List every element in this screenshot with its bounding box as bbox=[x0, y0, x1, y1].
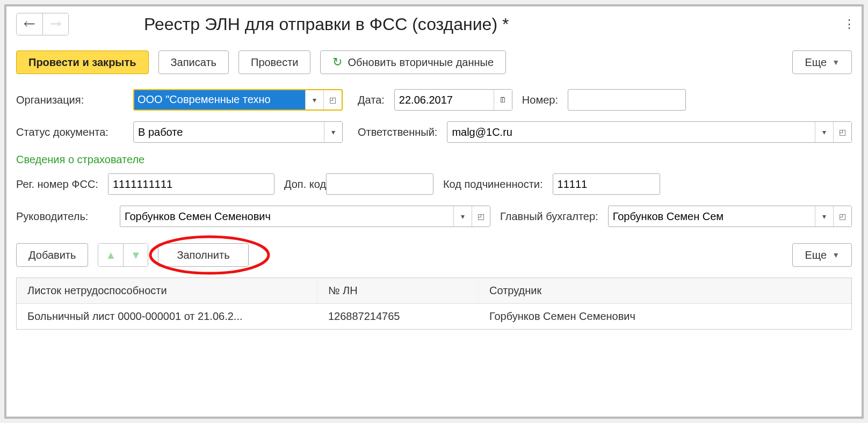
head-label: Руководитель: bbox=[16, 210, 110, 223]
number-label: Номер: bbox=[522, 94, 558, 106]
cell-employee: Горбунков Семен Семенович bbox=[479, 304, 851, 329]
insurer-section-title: Сведения о страхователе bbox=[16, 154, 852, 166]
head-open-button[interactable]: ◰ bbox=[472, 206, 490, 227]
responsible-dropdown-button[interactable]: ▾ bbox=[815, 122, 833, 142]
back-button[interactable]: 🡐 bbox=[17, 13, 42, 35]
org-label: Организация: bbox=[16, 94, 124, 106]
post-and-close-button[interactable]: Провести и закрыть bbox=[16, 50, 149, 74]
eln-table: Листок нетрудоспособности № ЛН Сотрудник… bbox=[16, 278, 852, 330]
form-window: 🡐 🡒 Реестр ЭЛН для отправки в ФСС (созда… bbox=[4, 4, 864, 419]
table-header: Листок нетрудоспособности № ЛН Сотрудник bbox=[17, 278, 851, 304]
col-employee[interactable]: Сотрудник bbox=[479, 278, 851, 303]
responsible-input[interactable] bbox=[447, 122, 815, 142]
forward-button[interactable]: 🡒 bbox=[42, 13, 68, 35]
refresh-label: Обновить вторичные данные bbox=[348, 56, 494, 69]
page-title: Реестр ЭЛН для отправки в ФСС (создание)… bbox=[144, 14, 509, 34]
nav-row: 🡐 🡒 Реестр ЭЛН для отправки в ФСС (созда… bbox=[16, 13, 852, 35]
calendar-button[interactable]: 🗓 bbox=[494, 90, 512, 110]
addcode-label: Доп. код: bbox=[284, 178, 316, 190]
org-open-button[interactable]: ◰ bbox=[323, 90, 342, 110]
refresh-icon: ↻ bbox=[332, 55, 342, 69]
status-dropdown-button[interactable]: ▾ bbox=[324, 122, 342, 142]
chief-field[interactable]: ▾ ◰ bbox=[608, 206, 852, 227]
reg-field[interactable] bbox=[108, 173, 274, 195]
date-label: Дата: bbox=[358, 94, 385, 106]
window-menu-icon[interactable]: ⋮ bbox=[843, 17, 856, 31]
subcode-label: Код подчиненности: bbox=[443, 178, 543, 191]
list-more-label: Еще bbox=[805, 249, 827, 261]
addcode-field[interactable] bbox=[326, 173, 433, 195]
nav-buttons: 🡐 🡒 bbox=[16, 13, 69, 35]
fill-button[interactable]: Заполнить bbox=[158, 243, 248, 267]
more-button[interactable]: Еще ▼ bbox=[792, 50, 852, 74]
reg-label: Рег. номер ФСС: bbox=[16, 178, 98, 191]
chief-label: Главный бухгалтер: bbox=[500, 210, 598, 223]
status-label: Статус документа: bbox=[16, 126, 124, 138]
row-status-responsible: Статус документа: ▾ Ответственный: ▾ ◰ bbox=[16, 121, 852, 143]
col-sheet[interactable]: Листок нетрудоспособности bbox=[17, 278, 317, 303]
date-field[interactable]: 🗓 bbox=[394, 89, 512, 111]
move-up-button[interactable]: ▲ bbox=[98, 244, 123, 266]
org-dropdown-button[interactable]: ▾ bbox=[305, 90, 323, 110]
status-input[interactable] bbox=[134, 122, 324, 142]
head-input[interactable] bbox=[120, 206, 453, 227]
save-button[interactable]: Записать bbox=[158, 50, 229, 74]
move-arrows: ▲ ▼ bbox=[98, 243, 148, 267]
more-label: Еще bbox=[805, 56, 827, 69]
reg-input[interactable] bbox=[108, 174, 274, 194]
subcode-input[interactable] bbox=[553, 174, 660, 194]
chevron-down-icon: ▼ bbox=[832, 58, 840, 67]
addcode-input[interactable] bbox=[327, 174, 433, 194]
responsible-label: Ответственный: bbox=[358, 126, 437, 138]
chief-dropdown-button[interactable]: ▾ bbox=[815, 206, 833, 227]
org-field[interactable]: ООО "Современные техно ▾ ◰ bbox=[133, 89, 343, 111]
responsible-open-button[interactable]: ◰ bbox=[833, 122, 851, 142]
cell-number: 126887214765 bbox=[317, 304, 479, 329]
table-row[interactable]: Больничный лист 0000-000001 от 21.06.2..… bbox=[17, 304, 851, 329]
number-input[interactable] bbox=[568, 90, 685, 110]
main-toolbar: Провести и закрыть Записать Провести ↻ О… bbox=[16, 50, 852, 74]
add-button[interactable]: Добавить bbox=[16, 243, 88, 267]
list-toolbar: Добавить ▲ ▼ Заполнить Еще ▼ bbox=[16, 243, 852, 267]
cell-sheet: Больничный лист 0000-000001 от 21.06.2..… bbox=[17, 304, 317, 329]
list-more-button[interactable]: Еще ▼ bbox=[792, 243, 852, 267]
fill-highlight: Заполнить bbox=[158, 243, 248, 267]
number-field[interactable] bbox=[568, 89, 686, 111]
org-value: ООО "Современные техно bbox=[134, 90, 305, 110]
move-down-button[interactable]: ▼ bbox=[123, 244, 148, 266]
responsible-field[interactable]: ▾ ◰ bbox=[447, 121, 852, 143]
head-field[interactable]: ▾ ◰ bbox=[120, 206, 490, 227]
row-head-chief: Руководитель: ▾ ◰ Главный бухгалтер: ▾ ◰ bbox=[16, 206, 852, 227]
chevron-down-icon: ▼ bbox=[832, 251, 840, 259]
status-field[interactable]: ▾ bbox=[133, 121, 343, 143]
row-org-date-number: Организация: ООО "Современные техно ▾ ◰ … bbox=[16, 89, 852, 111]
date-input[interactable] bbox=[395, 90, 494, 110]
post-button[interactable]: Провести bbox=[238, 50, 310, 74]
refresh-button[interactable]: ↻ Обновить вторичные данные bbox=[320, 50, 506, 74]
row-reg-addcode-subcode: Рег. номер ФСС: Доп. код: Код подчиненно… bbox=[16, 173, 852, 195]
subcode-field[interactable] bbox=[553, 173, 660, 195]
chief-open-button[interactable]: ◰ bbox=[833, 206, 851, 227]
col-number[interactable]: № ЛН bbox=[317, 278, 479, 303]
chief-input[interactable] bbox=[609, 206, 815, 227]
head-dropdown-button[interactable]: ▾ bbox=[453, 206, 472, 227]
